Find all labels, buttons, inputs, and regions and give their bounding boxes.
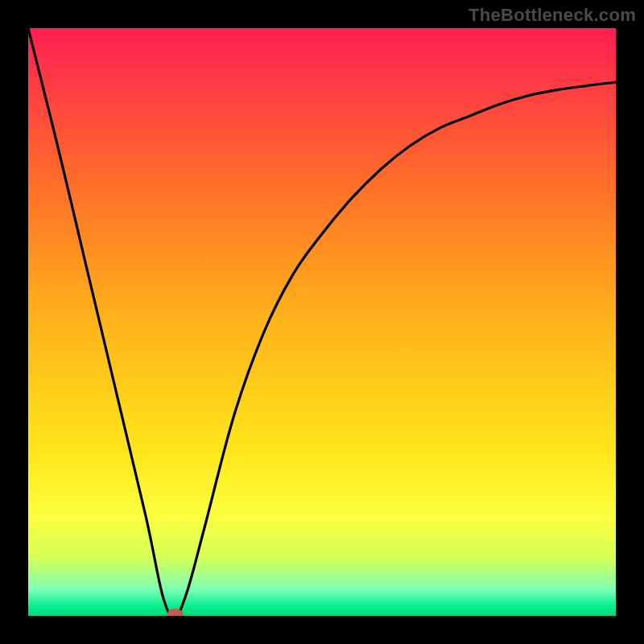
gradient-chart (28, 28, 616, 616)
chart-frame: TheBottleneck.com (0, 0, 644, 644)
gradient-background (28, 28, 616, 616)
watermark-text: TheBottleneck.com (469, 5, 636, 26)
plot-area (28, 28, 616, 616)
